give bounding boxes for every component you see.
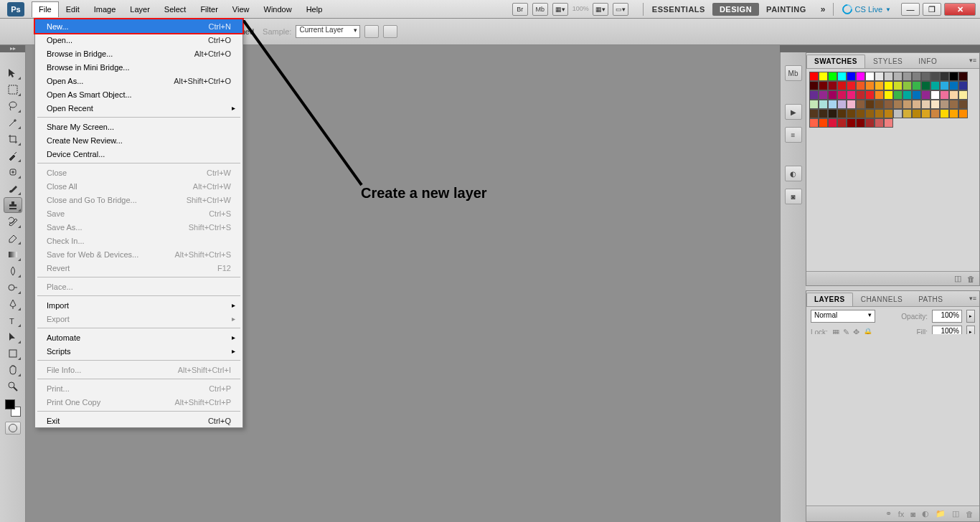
swatch[interactable] (865, 81, 875, 90)
swatch[interactable] (940, 109, 949, 118)
layer-group-icon[interactable]: 📁 (936, 509, 946, 518)
swatch[interactable] (809, 118, 819, 128)
tab-paths[interactable]: PATHS (910, 293, 951, 306)
swatch[interactable] (958, 90, 968, 100)
swatch[interactable] (958, 72, 968, 81)
history-panel-icon[interactable]: ▶ (785, 104, 802, 120)
menu-window[interactable]: Window (257, 1, 299, 17)
swatch[interactable] (949, 90, 958, 100)
swatch[interactable] (884, 72, 893, 81)
swatch[interactable] (940, 100, 949, 109)
minibridge-icon[interactable]: Mb (532, 3, 548, 16)
tab-swatches[interactable]: SWATCHES (806, 54, 865, 68)
swatch[interactable] (940, 90, 949, 100)
swatch[interactable] (903, 90, 912, 100)
swatch[interactable] (819, 100, 828, 109)
marquee-tool[interactable] (4, 82, 22, 98)
eraser-tool[interactable] (4, 230, 22, 246)
swatch[interactable] (837, 72, 847, 81)
actions-panel-icon[interactable]: ≡ (785, 127, 802, 143)
swatch[interactable] (893, 72, 903, 81)
swatch[interactable] (837, 100, 847, 109)
shape-tool[interactable] (4, 346, 22, 361)
minimize-button[interactable]: — (901, 3, 920, 16)
swatch[interactable] (930, 100, 940, 109)
workspace-essentials[interactable]: ESSENTIALS (645, 3, 712, 16)
swatch[interactable] (856, 81, 865, 90)
toolbox-collapse[interactable]: ▸▸ (0, 45, 25, 52)
menu-help[interactable]: Help (299, 1, 330, 17)
file-menu-device-central[interactable]: Device Central... (35, 147, 242, 161)
swatch[interactable] (921, 81, 930, 90)
menu-image[interactable]: Image (87, 1, 123, 17)
more-workspaces-icon[interactable]: » (815, 4, 831, 14)
hand-tool[interactable] (4, 362, 22, 378)
swatch[interactable] (847, 118, 856, 128)
file-menu-exit[interactable]: ExitCtrl+Q (35, 414, 242, 427)
swatch[interactable] (940, 81, 949, 90)
swatch[interactable] (809, 109, 819, 118)
lasso-tool[interactable] (4, 98, 22, 114)
new-layer-icon[interactable]: ◫ (952, 509, 959, 518)
swatch[interactable] (949, 72, 958, 81)
tab-layers[interactable]: LAYERS (806, 293, 853, 306)
swatch[interactable] (912, 100, 921, 109)
maximize-button[interactable]: ❐ (923, 3, 941, 16)
gradient-tool[interactable] (4, 247, 22, 262)
workspace-painting[interactable]: PAINTING (759, 3, 814, 16)
swatch[interactable] (949, 109, 958, 118)
blend-mode-select[interactable]: Normal (811, 310, 875, 323)
tab-channels[interactable]: CHANNELS (853, 293, 910, 306)
history-brush-tool[interactable] (4, 214, 22, 229)
file-menu-open-as[interactable]: Open As...Alt+Shift+Ctrl+O (35, 74, 242, 87)
adjustment-layer-icon[interactable]: ◐ (922, 509, 929, 518)
file-menu-scripts[interactable]: Scripts (35, 344, 242, 358)
swatch[interactable] (847, 72, 856, 81)
swatch[interactable] (893, 109, 903, 118)
swatch[interactable] (809, 100, 819, 109)
menu-layer[interactable]: Layer (123, 1, 157, 17)
swatch[interactable] (930, 109, 940, 118)
file-menu-browse-in-bridge[interactable]: Browse in Bridge...Alt+Ctrl+O (35, 47, 242, 60)
delete-swatch-icon[interactable]: 🗑 (967, 275, 975, 283)
view-extras-icon[interactable]: ▦▾ (552, 3, 568, 16)
swatch[interactable] (884, 109, 893, 118)
tab-styles[interactable]: STYLES (865, 54, 910, 68)
ignore-adjustment-icon[interactable] (364, 25, 379, 38)
swatch[interactable] (912, 90, 921, 100)
swatch[interactable] (884, 81, 893, 90)
swatch[interactable] (949, 81, 958, 90)
file-menu-create-new-review[interactable]: Create New Review... (35, 133, 242, 147)
swatch[interactable] (856, 118, 865, 128)
layer-fx-icon[interactable]: fx (898, 510, 905, 518)
swatch[interactable] (930, 72, 940, 81)
swatch[interactable] (921, 109, 930, 118)
eyedropper-tool[interactable] (4, 148, 22, 163)
swatch[interactable] (837, 90, 847, 100)
minibridge-panel-icon[interactable]: Mb (785, 65, 802, 81)
layer-mask-icon[interactable]: ◙ (910, 510, 915, 518)
swatch[interactable] (893, 81, 903, 90)
swatch[interactable] (912, 81, 921, 90)
file-menu-open[interactable]: Open...Ctrl+O (35, 33, 242, 47)
zoom-tool[interactable] (4, 379, 22, 394)
menu-edit[interactable]: Edit (59, 1, 87, 17)
new-swatch-icon[interactable]: ◫ (954, 274, 961, 283)
arrange-documents-icon[interactable]: ▦▾ (593, 3, 608, 16)
swatch[interactable] (903, 100, 912, 109)
swatch[interactable] (921, 90, 930, 100)
color-swatches[interactable] (4, 398, 22, 418)
dodge-tool[interactable] (4, 280, 22, 295)
swatch[interactable] (809, 81, 819, 90)
workspace-design[interactable]: DESIGN (712, 3, 759, 16)
swatch[interactable] (865, 72, 875, 81)
link-layers-icon[interactable]: ⚭ (885, 509, 892, 518)
swatch[interactable] (912, 72, 921, 81)
swatch[interactable] (884, 118, 893, 128)
panel-collapse-bar[interactable] (780, 45, 980, 52)
swatch[interactable] (930, 81, 940, 90)
pen-tool[interactable] (4, 296, 22, 312)
file-menu-open-as-smart-object[interactable]: Open As Smart Object... (35, 87, 242, 101)
swatch[interactable] (884, 100, 893, 109)
file-menu-import[interactable]: Import (35, 298, 242, 312)
